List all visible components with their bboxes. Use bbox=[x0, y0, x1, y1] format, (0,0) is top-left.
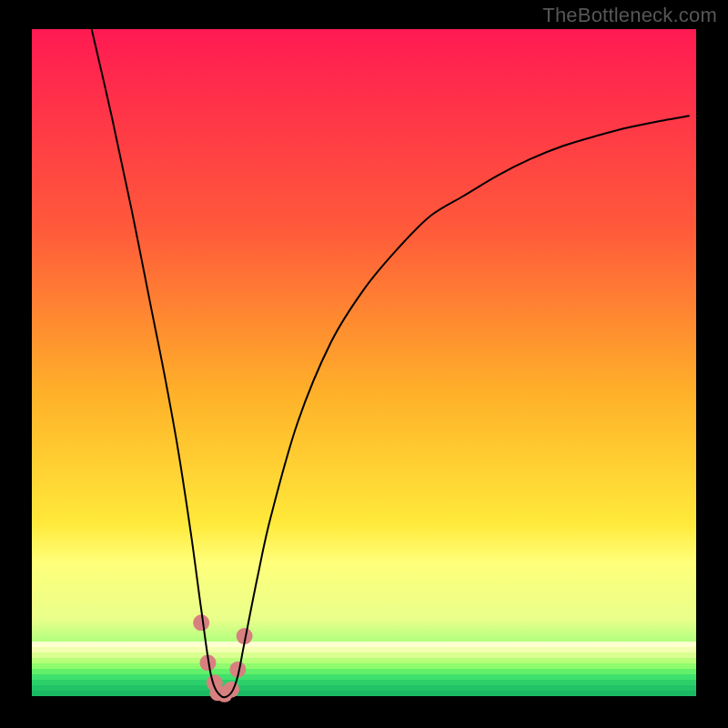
svg-rect-8 bbox=[32, 685, 696, 691]
svg-rect-9 bbox=[32, 691, 696, 696]
svg-rect-1 bbox=[32, 647, 696, 652]
svg-rect-0 bbox=[32, 642, 696, 647]
bottleneck-chart bbox=[0, 0, 728, 728]
svg-rect-2 bbox=[32, 652, 696, 658]
svg-rect-6 bbox=[32, 674, 696, 680]
vertex-marker bbox=[223, 682, 239, 698]
plot-background bbox=[32, 29, 696, 696]
vertex-marker bbox=[193, 614, 209, 631]
svg-rect-4 bbox=[32, 663, 696, 669]
svg-rect-3 bbox=[32, 658, 696, 663]
svg-rect-5 bbox=[32, 669, 696, 674]
green-floor-bands bbox=[32, 642, 696, 696]
svg-rect-7 bbox=[32, 680, 696, 685]
watermark-text: TheBottleneck.com bbox=[542, 4, 717, 27]
